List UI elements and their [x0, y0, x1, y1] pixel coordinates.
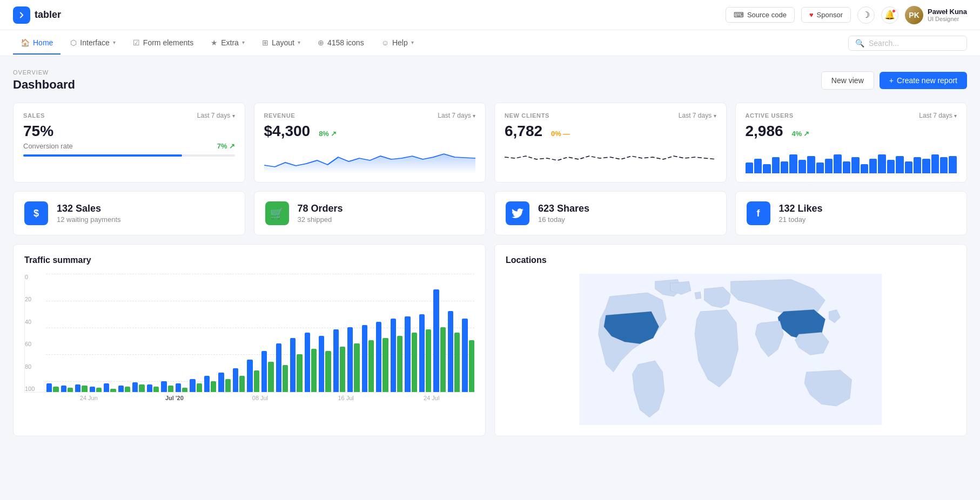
bar-blue	[290, 338, 296, 392]
main-content: OVERVIEW Dashboard New view + Create new…	[0, 56, 980, 449]
map-svg	[506, 274, 956, 425]
page-title-area: OVERVIEW Dashboard	[13, 69, 75, 92]
bar-mini-item	[816, 163, 824, 173]
bar-blue	[90, 387, 95, 392]
stats-grid: SALES Last 7 days ▾ 75% Conversion rate …	[13, 103, 967, 183]
bar-green	[368, 340, 374, 392]
new-view-button[interactable]: New view	[821, 71, 874, 90]
bar-group	[204, 376, 217, 392]
nav-item-help[interactable]: ☺ Help ▾	[374, 32, 421, 55]
stat-label-users: ACTIVE USERS	[746, 112, 794, 119]
bar-group	[90, 387, 102, 392]
traffic-chart-card: Traffic summary 100 80 60	[13, 244, 486, 436]
bar-group	[118, 386, 131, 392]
header: tabler ⌨ Source code ♥ Sponsor ☽ 🔔 PK Pa…	[0, 0, 980, 30]
bar-green	[153, 387, 159, 392]
bar-blue	[419, 314, 425, 392]
nav-item-interface[interactable]: ⬡ Interface ▾	[63, 32, 123, 55]
bar-group	[233, 368, 245, 392]
bar-mini-item	[834, 154, 841, 173]
bar-group	[276, 343, 288, 392]
clients-chart	[505, 146, 716, 173]
nav-items: 🏠 Home ⬡ Interface ▾ ☑ Form elements ★ E…	[13, 32, 848, 55]
layout-icon: ⊞	[262, 38, 269, 47]
stat-period-revenue[interactable]: Last 7 days ▾	[438, 112, 475, 119]
bar-blue	[132, 382, 138, 392]
dark-mode-button[interactable]: ☽	[857, 6, 875, 24]
bar-green	[211, 381, 216, 392]
plus-icon: +	[889, 76, 894, 85]
bar-green	[82, 386, 87, 392]
notifications-button[interactable]: 🔔	[881, 6, 898, 24]
trend-up-icon-revenue: ↗	[331, 130, 337, 138]
bar-mini-item	[949, 156, 956, 174]
bar-blue	[176, 383, 181, 392]
locations-title: Locations	[506, 255, 956, 265]
bar-green	[168, 386, 173, 392]
bar-green	[426, 329, 431, 392]
nav-item-extra[interactable]: ★ Extra ▾	[203, 32, 252, 55]
bar-blue	[104, 383, 109, 392]
user-menu[interactable]: PK Paweł Kuna UI Designer	[905, 6, 967, 24]
bar-green	[110, 389, 116, 392]
bar-group	[462, 319, 474, 392]
bar-blue	[376, 322, 381, 392]
bar-green	[254, 370, 259, 392]
metric-card-sales: $ 132 Sales 12 waiting payments	[13, 191, 245, 235]
bar-blue	[161, 381, 166, 392]
stat-card-revenue: REVENUE Last 7 days ▾ $4,300 8% ↗	[254, 103, 486, 183]
bar-mini-item	[931, 154, 939, 173]
chevron-icon-clients: ▾	[714, 113, 716, 119]
stat-period-clients[interactable]: Last 7 days ▾	[679, 112, 716, 119]
stat-label-sales: SALES	[23, 112, 45, 119]
locations-card: Locations	[494, 244, 967, 436]
source-code-button[interactable]: ⌨ Source code	[726, 7, 795, 23]
bar-green	[325, 351, 331, 392]
bar-blue	[333, 329, 339, 392]
stat-badge-clients: 0% —	[551, 130, 570, 138]
progress-bar-fill	[23, 154, 182, 157]
search-box[interactable]: 🔍 Search...	[848, 36, 967, 51]
bar-blue	[405, 316, 410, 392]
bar-blue	[190, 379, 195, 392]
bar-blue	[118, 386, 124, 392]
revenue-sparkline	[264, 146, 476, 173]
chevron-down-icon: ▾	[113, 39, 116, 45]
nav-item-layout[interactable]: ⊞ Layout ▾	[254, 32, 308, 55]
stat-period-users[interactable]: Last 7 days ▾	[919, 112, 957, 119]
bar-group	[218, 373, 231, 392]
bar-group	[290, 338, 303, 392]
chevron-icon: ▾	[232, 113, 235, 119]
create-report-button[interactable]: + Create new report	[880, 72, 967, 89]
source-code-icon: ⌨	[734, 11, 744, 19]
metric-icon-orders: 🛒	[265, 201, 289, 225]
bar-green	[283, 365, 288, 392]
bar-mini-item	[746, 163, 753, 173]
bar-mini-item	[869, 159, 877, 174]
bar-mini-item	[887, 160, 895, 173]
bar-mini-item	[789, 154, 797, 173]
bar-green	[397, 336, 402, 392]
breadcrumb: OVERVIEW	[13, 69, 75, 76]
traffic-title: Traffic summary	[24, 255, 474, 265]
nav-item-form-elements[interactable]: ☑ Form elements	[125, 32, 201, 55]
bar-blue	[391, 319, 396, 392]
nav-item-icons[interactable]: ⊕ 4158 icons	[310, 32, 372, 55]
stat-badge-users: 4% ↗	[792, 130, 810, 138]
bar-blue	[247, 360, 252, 392]
stat-period-sales[interactable]: Last 7 days ▾	[197, 112, 235, 119]
bar-mini-item	[843, 161, 850, 174]
bar-mini-item	[940, 157, 948, 173]
stat-card-sales: SALES Last 7 days ▾ 75% Conversion rate …	[13, 103, 245, 183]
bar-group	[261, 351, 274, 392]
bar-blue	[276, 343, 281, 392]
bar-group	[161, 381, 173, 392]
sponsor-button[interactable]: ♥ Sponsor	[801, 7, 851, 23]
bar-green	[311, 349, 317, 392]
bar-group	[376, 322, 388, 392]
users-bar-chart	[746, 146, 957, 173]
bar-green	[239, 376, 245, 392]
stat-label-revenue: REVENUE	[264, 112, 296, 119]
nav-item-home[interactable]: 🏠 Home	[13, 32, 61, 55]
bar-group	[75, 384, 88, 392]
